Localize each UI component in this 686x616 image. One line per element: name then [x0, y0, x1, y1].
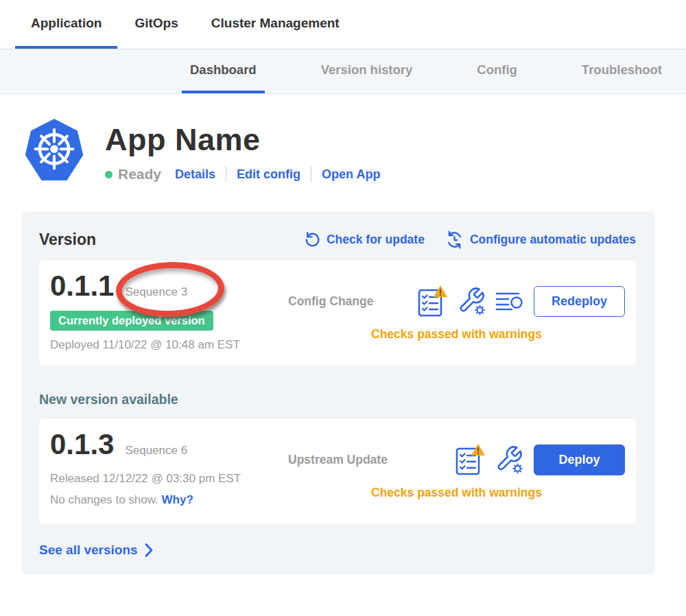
tab-version-history[interactable]: Version history: [313, 49, 421, 93]
status-badge: Ready: [118, 166, 161, 182]
app-header: App Name Ready Details Edit config Open …: [24, 117, 686, 184]
why-link[interactable]: Why?: [162, 493, 193, 506]
tab-config[interactable]: Config: [469, 49, 525, 93]
release-source-label: Upstream Update: [288, 453, 388, 467]
nav-tab-application[interactable]: Application: [15, 0, 117, 49]
deployed-timestamp: Deployed 11/10/22 @ 10:48 am EST: [50, 338, 288, 352]
status-dot-icon: [105, 171, 113, 178]
page-title: App Name: [105, 122, 380, 158]
view-diff-icon[interactable]: [495, 291, 524, 311]
tab-troubleshoot[interactable]: Troubleshoot: [573, 49, 670, 93]
release-source-label: Config Change: [288, 294, 373, 309]
redeploy-button[interactable]: Redeploy: [534, 286, 625, 317]
current-release-actions: Config Change: [288, 270, 625, 356]
version-panel-actions: Check for update Configure automatic upd…: [303, 230, 636, 249]
release-action-icons: [455, 443, 524, 477]
current-version-number: 0.1.1: [50, 270, 114, 303]
preflight-checks-icon[interactable]: [417, 285, 448, 318]
current-release-info: 0.1.1 Sequence 3 Currently deployed vers…: [50, 270, 288, 356]
kubernetes-logo-icon: [24, 117, 84, 184]
check-for-update-label: Check for update: [327, 233, 425, 247]
link-divider: [311, 167, 311, 182]
chevron-right-icon: [145, 543, 153, 557]
changes-note: No changes to show. Why?: [50, 493, 288, 507]
details-link[interactable]: Details: [175, 167, 215, 182]
current-sequence-label: Sequence 3: [125, 285, 187, 299]
warning-triangle-icon: [434, 285, 447, 297]
app-status-row: Ready Details Edit config Open App: [105, 166, 380, 182]
open-app-link[interactable]: Open App: [322, 167, 380, 182]
deploy-button[interactable]: Deploy: [534, 445, 625, 475]
new-version-heading: New version available: [39, 392, 636, 407]
nav-tab-cluster-management[interactable]: Cluster Management: [196, 0, 355, 49]
link-divider: [226, 167, 226, 182]
app-subnav: Dashboard Version history Config Trouble…: [0, 49, 686, 94]
check-for-update-button[interactable]: Check for update: [303, 231, 425, 248]
edit-config-wrench-icon[interactable]: [457, 286, 486, 316]
version-panel: Version Check for update Configure autom…: [22, 211, 655, 575]
release-action-icons: [417, 285, 524, 318]
see-all-versions-link[interactable]: See all versions: [39, 543, 153, 558]
version-panel-header: Version Check for update Configure autom…: [39, 230, 636, 249]
new-version-number: 0.1.3: [50, 428, 114, 461]
released-timestamp: Released 12/12/22 @ 03:30 pm EST: [50, 472, 288, 486]
edit-config-wrench-icon[interactable]: [495, 445, 524, 475]
auto-update-clock-icon: [445, 230, 464, 249]
edit-config-link[interactable]: Edit config: [237, 167, 300, 182]
app-title-block: App Name Ready Details Edit config Open …: [105, 117, 380, 184]
primary-nav: Application GitOps Cluster Management: [0, 0, 686, 49]
new-sequence-label: Sequence 6: [125, 444, 187, 458]
new-release-info: 0.1.3 Sequence 6 Released 12/12/22 @ 03:…: [50, 428, 288, 514]
no-changes-text: No changes to show.: [50, 493, 158, 506]
new-release-actions: Upstream Update: [288, 428, 625, 514]
checks-status-text: Checks passed with warnings: [288, 327, 625, 342]
configure-automatic-updates-label: Configure automatic updates: [470, 233, 636, 247]
version-panel-title: Version: [39, 230, 96, 249]
currently-deployed-badge: Currently deployed version: [50, 311, 213, 331]
refresh-icon: [303, 231, 320, 248]
current-release-card: 0.1.1 Sequence 3 Currently deployed vers…: [39, 261, 636, 366]
new-release-card: 0.1.3 Sequence 6 Released 12/12/22 @ 03:…: [39, 419, 636, 524]
warning-triangle-icon: [471, 444, 485, 455]
tab-dashboard[interactable]: Dashboard: [182, 49, 265, 93]
nav-tab-gitops[interactable]: GitOps: [119, 0, 193, 49]
preflight-checks-icon[interactable]: [455, 443, 486, 477]
checks-status-text: Checks passed with warnings: [288, 486, 625, 500]
see-all-versions-label: See all versions: [39, 543, 138, 558]
configure-automatic-updates-button[interactable]: Configure automatic updates: [445, 230, 636, 249]
